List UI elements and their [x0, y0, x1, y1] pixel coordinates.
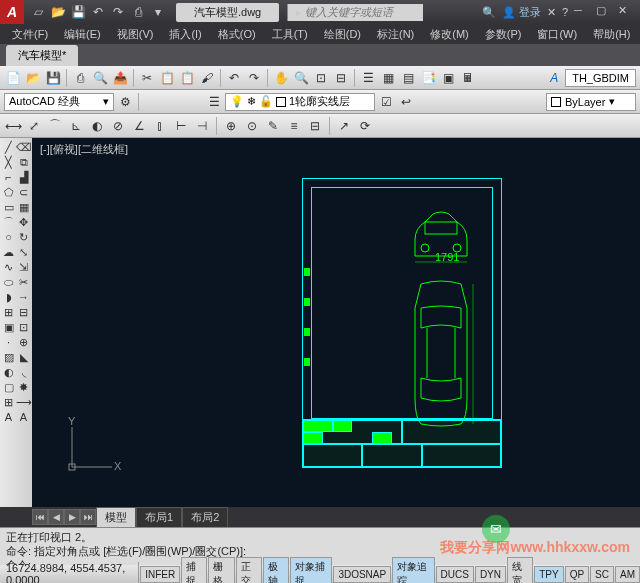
ellipse-icon[interactable]: ⬭ [2, 275, 16, 289]
insert-block-icon[interactable]: ⊞ [2, 305, 16, 319]
tab-next-icon[interactable]: ▶ [64, 509, 80, 525]
xline-icon[interactable]: ╳ [2, 155, 16, 169]
status-dyn[interactable]: DYN [475, 566, 506, 583]
status-3dosnap[interactable]: 3DOSNAP [333, 566, 391, 583]
copy-icon[interactable]: 📋 [158, 69, 176, 87]
menu-param[interactable]: 参数(P) [477, 24, 530, 44]
save-icon[interactable]: 💾 [44, 69, 62, 87]
menu-window[interactable]: 窗口(W) [529, 24, 585, 44]
leader-icon[interactable]: ↗ [335, 117, 353, 135]
doc-tab[interactable]: 汽车模型* [6, 45, 78, 66]
view-label[interactable]: [-][俯视][二维线框] [40, 142, 128, 157]
trim-icon[interactable]: ✂ [17, 275, 31, 289]
tab-model[interactable]: 模型 [96, 507, 136, 528]
layer-prev-icon[interactable]: ↩ [397, 93, 415, 111]
dim-break-icon[interactable]: ⊟ [306, 117, 324, 135]
dim-space-icon[interactable]: ≡ [285, 117, 303, 135]
status-grid[interactable]: 栅格 [208, 557, 234, 583]
table-icon[interactable]: ⊞ [2, 395, 16, 409]
center-mark-icon[interactable]: ⊙ [243, 117, 261, 135]
menu-tools[interactable]: 工具(T) [264, 24, 316, 44]
menu-format[interactable]: 格式(O) [210, 24, 264, 44]
workspace-dropdown[interactable]: AutoCAD 经典 ▾ [4, 93, 114, 111]
menu-draw[interactable]: 绘图(D) [316, 24, 369, 44]
help-icon[interactable]: ? [562, 6, 568, 18]
login-button[interactable]: 👤 登录 [502, 5, 541, 20]
dim-quick-icon[interactable]: ⫿ [151, 117, 169, 135]
maximize-icon[interactable]: ▢ [596, 4, 612, 20]
status-ortho[interactable]: 正交 [236, 557, 262, 583]
dim-style-icon[interactable]: A [545, 69, 563, 87]
text-style-dropdown[interactable]: TH_GBDIM [565, 69, 636, 87]
title-search-box[interactable]: ▸ [287, 4, 423, 21]
zoom-window-icon[interactable]: ⊡ [312, 69, 330, 87]
revcloud-icon[interactable]: ☁ [2, 245, 16, 259]
plot-icon[interactable]: ⎙ [71, 69, 89, 87]
move-icon[interactable]: ✥ [17, 215, 31, 229]
scale-icon[interactable]: ⤡ [17, 245, 31, 259]
dim-baseline-icon[interactable]: ⊢ [172, 117, 190, 135]
dim-angular-icon[interactable]: ∠ [130, 117, 148, 135]
status-snap[interactable]: 捕捉 [181, 557, 207, 583]
chamfer-icon[interactable]: ◣ [17, 350, 31, 364]
explode-icon[interactable]: ✸ [17, 380, 31, 394]
dim-diameter-icon[interactable]: ⊘ [109, 117, 127, 135]
qat-open-icon[interactable]: 📂 [50, 4, 66, 20]
publish-icon[interactable]: 📤 [111, 69, 129, 87]
stretch-icon[interactable]: ⇲ [17, 260, 31, 274]
dim-ordinate-icon[interactable]: ⊾ [67, 117, 85, 135]
new-icon[interactable]: 📄 [4, 69, 22, 87]
dim-update-icon[interactable]: ⟳ [356, 117, 374, 135]
tab-layout2[interactable]: 布局2 [182, 507, 228, 528]
status-sc[interactable]: SC [590, 566, 614, 583]
rectangle-icon[interactable]: ▭ [2, 200, 16, 214]
spline-icon[interactable]: ∿ [2, 260, 16, 274]
tab-first-icon[interactable]: ⏮ [32, 509, 48, 525]
pan-icon[interactable]: ✋ [272, 69, 290, 87]
sheet-set-icon[interactable]: 📑 [419, 69, 437, 87]
qat-redo-icon[interactable]: ↷ [110, 4, 126, 20]
polygon-icon[interactable]: ⬠ [2, 185, 16, 199]
status-qp[interactable]: QP [565, 566, 589, 583]
qat-undo-icon[interactable]: ↶ [90, 4, 106, 20]
status-tpy[interactable]: TPY [534, 566, 563, 583]
erase-icon[interactable]: ⌫ [17, 140, 31, 154]
properties-icon[interactable]: ☰ [359, 69, 377, 87]
rotate-icon[interactable]: ↻ [17, 230, 31, 244]
menu-file[interactable]: 文件(F) [4, 24, 56, 44]
status-ducs[interactable]: DUCS [436, 566, 474, 583]
color-dropdown[interactable]: ByLayer ▾ [546, 93, 636, 111]
break-icon[interactable]: ⊡ [17, 320, 31, 334]
extend-icon[interactable]: → [17, 290, 31, 304]
lengthen-icon[interactable]: ⟶ [17, 395, 31, 409]
dim-linear-icon[interactable]: ⟷ [4, 117, 22, 135]
dim-arc-icon[interactable]: ⌒ [46, 117, 64, 135]
ellipse-arc-icon[interactable]: ◗ [2, 290, 16, 304]
redo-icon[interactable]: ↷ [245, 69, 263, 87]
line-icon[interactable]: ╱ [2, 140, 16, 154]
gradient-icon[interactable]: ◐ [2, 365, 16, 379]
offset-icon[interactable]: ⊂ [17, 185, 31, 199]
qat-dropdown-icon[interactable]: ▾ [150, 4, 166, 20]
break-point-icon[interactable]: ⊟ [17, 305, 31, 319]
menu-view[interactable]: 视图(V) [109, 24, 162, 44]
dim-edit-icon[interactable]: ✎ [264, 117, 282, 135]
hatch-icon[interactable]: ▨ [2, 350, 16, 364]
exchange-icon[interactable]: ✕ [547, 6, 556, 19]
pline-icon[interactable]: ⌐ [2, 170, 16, 184]
join-icon[interactable]: ⊕ [17, 335, 31, 349]
dim-radius-icon[interactable]: ◐ [88, 117, 106, 135]
menu-help[interactable]: 帮助(H) [585, 24, 638, 44]
menu-edit[interactable]: 编辑(E) [56, 24, 109, 44]
status-am[interactable]: AM [615, 566, 640, 583]
app-logo-icon[interactable]: A [0, 0, 24, 24]
tool-palette-icon[interactable]: ▤ [399, 69, 417, 87]
menu-modify[interactable]: 修改(M) [422, 24, 477, 44]
zoom-icon[interactable]: 🔍 [292, 69, 310, 87]
status-otrack[interactable]: 对象追踪 [392, 557, 434, 583]
fillet-icon[interactable]: ◟ [17, 365, 31, 379]
dim-continue-icon[interactable]: ⊣ [193, 117, 211, 135]
match-icon[interactable]: 🖌 [198, 69, 216, 87]
layer-states-icon[interactable]: ☑ [377, 93, 395, 111]
preview-icon[interactable]: 🔍 [91, 69, 109, 87]
